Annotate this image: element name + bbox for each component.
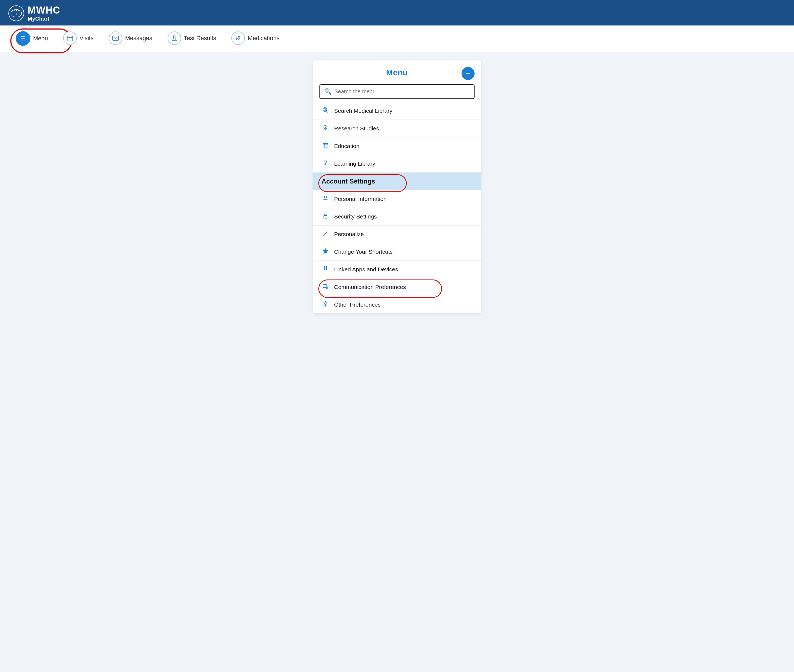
menu-panel-title: Menu — [386, 68, 408, 77]
other-preferences-label: Other Preferences — [334, 301, 381, 308]
list-item[interactable]: Research Studies — [313, 120, 481, 138]
medications-nav-item[interactable]: Medications — [224, 26, 287, 52]
messages-nav-item[interactable]: Messages — [101, 26, 160, 52]
personalize-icon — [322, 230, 329, 238]
menu-list: Search Medical Library Research Studies … — [313, 102, 481, 314]
svg-rect-14 — [324, 109, 326, 110]
svg-point-35 — [325, 303, 326, 305]
list-item[interactable]: Other Preferences — [313, 296, 481, 314]
linked-apps-icon — [322, 266, 329, 273]
search-box[interactable]: 🔍 — [319, 84, 475, 99]
security-settings-icon — [322, 213, 329, 221]
back-button[interactable]: ← — [461, 67, 475, 80]
svg-line-13 — [327, 111, 328, 112]
personalize-label: Personalize — [334, 231, 364, 237]
logo: ★★★ ⚕ MWHC MyChart — [8, 5, 60, 22]
svg-rect-31 — [323, 284, 327, 287]
list-item[interactable]: Personalize — [313, 226, 481, 243]
education-label: Education — [334, 143, 359, 149]
other-preferences-icon — [322, 301, 329, 309]
learning-library-icon — [322, 160, 329, 168]
menu-icon-button[interactable]: ☰ — [16, 31, 30, 46]
test-results-label: Test Results — [184, 35, 216, 42]
test-results-nav-item[interactable]: Test Results — [160, 26, 224, 52]
research-studies-icon — [322, 125, 329, 132]
menu-nav-item[interactable]: ☰ Menu — [8, 26, 56, 51]
svg-line-26 — [323, 232, 327, 235]
list-item[interactable]: Education — [313, 138, 481, 155]
education-icon — [322, 142, 329, 150]
search-medical-library-icon — [322, 107, 329, 115]
list-item[interactable]: Linked Apps and Devices — [313, 261, 481, 278]
svg-rect-19 — [323, 143, 328, 147]
security-settings-label: Security Settings — [334, 213, 377, 220]
menu-label[interactable]: Menu — [33, 35, 48, 42]
logo-text: MWHC MyChart — [28, 5, 60, 22]
medications-icon — [231, 32, 245, 45]
linked-apps-label: Linked Apps and Devices — [334, 266, 398, 273]
svg-point-30 — [325, 269, 326, 269]
list-item[interactable]: Security Settings — [313, 208, 481, 226]
communication-preferences-label: Communication Preferences — [334, 284, 406, 290]
learning-library-label: Learning Library — [334, 160, 375, 167]
change-shortcuts-label: Change Your Shortcuts — [334, 249, 393, 255]
test-results-icon — [168, 32, 181, 45]
communication-preferences-icon — [322, 283, 329, 291]
change-shortcuts-icon — [322, 248, 329, 256]
personal-information-label: Personal Information — [334, 196, 387, 202]
svg-text:⚕: ⚕ — [16, 13, 17, 16]
list-item[interactable]: Search Medical Library — [313, 102, 481, 120]
list-item[interactable]: Learning Library — [313, 155, 481, 173]
visits-nav-item[interactable]: Visits — [56, 26, 101, 52]
logo-mychart: MyChart — [28, 16, 60, 22]
search-medical-library-label: Search Medical Library — [334, 107, 392, 114]
list-item[interactable]: Personal Information — [313, 190, 481, 208]
account-settings-header[interactable]: Account Settings — [313, 173, 481, 190]
search-input[interactable] — [335, 88, 470, 94]
main-navbar: ☰ Menu Visits Messages Test Results Medi… — [0, 26, 794, 52]
search-icon: 🔍 — [324, 88, 331, 95]
back-arrow-icon: ← — [465, 70, 471, 77]
svg-point-16 — [325, 126, 326, 128]
medications-label: Medications — [248, 35, 279, 42]
visits-label: Visits — [80, 35, 94, 42]
messages-icon — [109, 32, 122, 45]
svg-point-24 — [324, 196, 327, 198]
menu-panel: Menu ← 🔍 Search Medical Library — [313, 61, 481, 314]
messages-label: Messages — [125, 35, 152, 42]
menu-panel-header: Menu ← — [313, 61, 481, 82]
hamburger-icon: ☰ — [20, 35, 26, 42]
account-settings-label: Account Settings — [322, 178, 375, 185]
visits-icon — [63, 32, 77, 45]
personal-information-icon — [322, 195, 329, 203]
logo-mwhc: MWHC — [28, 5, 60, 16]
main-content: Menu ← 🔍 Search Medical Library — [0, 52, 794, 322]
svg-marker-27 — [323, 249, 328, 253]
mwhc-logo-icon: ★★★ ⚕ — [8, 5, 24, 21]
svg-rect-4 — [67, 36, 73, 41]
list-item[interactable]: Change Your Shortcuts — [313, 243, 481, 261]
svg-rect-25 — [324, 216, 327, 218]
research-studies-label: Research Studies — [334, 125, 379, 132]
site-header: ★★★ ⚕ MWHC MyChart — [0, 0, 794, 26]
communication-preferences-item[interactable]: Communication Preferences — [313, 278, 481, 296]
